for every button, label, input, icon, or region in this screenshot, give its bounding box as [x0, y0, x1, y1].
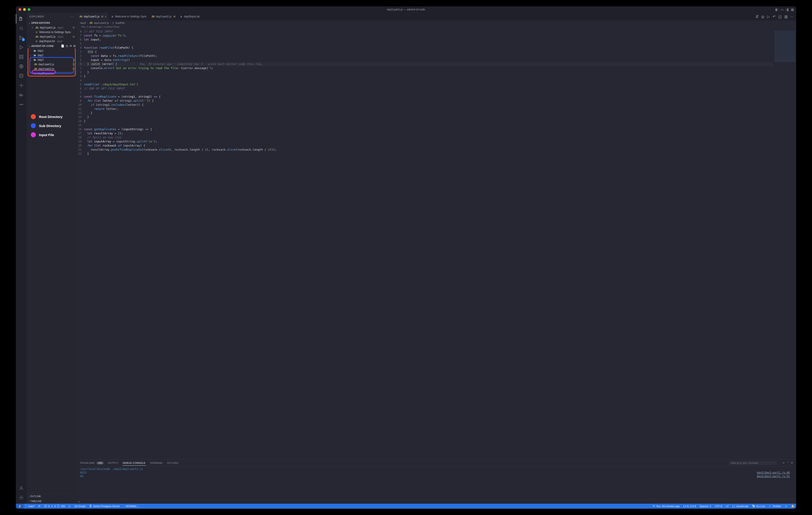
code-line[interactable]: 15	[77, 123, 794, 127]
close-window-icon[interactable]	[19, 8, 21, 11]
maximize-panel-icon[interactable]: ⌃	[787, 461, 789, 464]
file-item[interactable]: 🗎day3Input.txt	[27, 71, 77, 75]
remote-indicator[interactable]: ⚡	[16, 504, 24, 509]
go-back-icon[interactable]: ↶	[773, 14, 776, 19]
code-line[interactable]: 12 }	[77, 111, 794, 115]
code-line[interactable]: 21 resultArray.push(findDuplicate(rucksa…	[77, 148, 794, 152]
remote-explorer-icon[interactable]	[16, 62, 27, 71]
code-line[interactable]: 4function readFile(filePath) {	[77, 46, 794, 50]
file-item[interactable]: JSday3-part2.jsM	[27, 67, 77, 71]
run-file-icon[interactable]: ▷	[767, 14, 770, 19]
code-line[interactable]: 22 }	[77, 152, 794, 156]
code-line[interactable]: 5readFile('./day3/day3Input.txt')	[77, 83, 794, 87]
breadcrumb[interactable]: day3 › JS day3-part1.js › ƒ readFile	[77, 20, 796, 25]
database-icon[interactable]	[16, 71, 27, 81]
toggle-secondary-sidebar-icon[interactable]: ◨	[786, 8, 789, 11]
editor-tab[interactable]: JSday3-part1.jsM×	[77, 13, 109, 20]
tab-debug-console[interactable]: DEBUG CONSOLE	[122, 461, 145, 466]
code-line[interactable]: 2 const data = fs.readFileSync(filePath)…	[77, 54, 794, 58]
code-line[interactable]: 19 let inputArray = inputString.split('\…	[77, 140, 794, 144]
maximize-window-icon[interactable]	[28, 8, 30, 11]
breadcrumb-part[interactable]: readFile	[115, 22, 125, 24]
git-graph[interactable]: Git Graph	[72, 504, 87, 509]
extensions-icon[interactable]	[16, 52, 27, 62]
code-line[interactable]: 11 return letter;	[77, 107, 794, 111]
source-control-icon[interactable]: 2	[16, 33, 27, 42]
tab-terminal[interactable]: TERMINAL	[150, 461, 163, 464]
go-live[interactable]: 📡 Go Live	[750, 504, 767, 509]
notifications-icon[interactable]: 🔔	[789, 504, 796, 509]
code-line[interactable]: 8// GET FILE INPUT	[77, 29, 794, 33]
code-line[interactable]: 7	[77, 91, 794, 95]
language-mode[interactable]: { } JavaScript	[731, 504, 750, 509]
breadcrumb-part[interactable]: day3	[80, 22, 86, 24]
code-line[interactable]: 6// END OF GET FILE INPUT	[77, 87, 794, 91]
code-line[interactable]: 3}	[77, 74, 794, 78]
console-source-link[interactable]: day3/day3-part1.js:49	[757, 471, 790, 475]
clear-console-icon[interactable]: ≡	[783, 461, 784, 464]
open-editors-section[interactable]: ⌄ OPEN EDITORS	[27, 20, 77, 25]
code-line[interactable]: 14}	[77, 119, 794, 123]
file-item[interactable]: JSday3-part1.jsM	[27, 62, 77, 67]
code-line[interactable]: 10 if (string2.includes(letter)) {	[77, 103, 794, 107]
minimize-window-icon[interactable]	[23, 8, 26, 11]
code-line[interactable]: 5	[77, 42, 794, 46]
open-editor-item[interactable]: JSday3-part2.jsday3M	[27, 34, 77, 39]
env-icon[interactable]: .ENV	[16, 100, 27, 109]
timeline-section[interactable]: › TIMELINE	[27, 499, 77, 504]
more-actions-icon[interactable]: ···	[790, 14, 793, 19]
close-panel-icon[interactable]: ✕	[791, 461, 793, 464]
project-section[interactable]: ⌄ ADVENT-OF-CODE 📄 🗀 ⟳ ⊟	[27, 43, 77, 49]
collapse-icon[interactable]: ⊟	[74, 44, 76, 48]
customize-layout-icon[interactable]: ▦	[791, 8, 794, 11]
code-line[interactable]: 13 }	[77, 115, 794, 119]
git-branch[interactable]: ᚶ main*	[24, 504, 36, 509]
run-debug-icon[interactable]	[16, 42, 27, 52]
code-line[interactable]: 1 console.error(`Got an error trying to …	[77, 66, 794, 70]
prettier-status[interactable]: Prettier	[767, 504, 783, 509]
close-editor-icon[interactable]: ×	[31, 26, 34, 29]
indentation[interactable]: Spaces: 2	[698, 504, 713, 509]
code-line[interactable]: 9 } catch (error) { You, 34 minutes ago …	[77, 62, 794, 66]
encoding[interactable]: UTF-8	[713, 504, 724, 509]
gitlens-icon[interactable]	[16, 81, 27, 90]
folder-item[interactable]: ⌄🖿day3●	[27, 58, 77, 62]
sidebar-more-icon[interactable]: ···	[70, 14, 74, 19]
folder-item[interactable]: ›🖿day1	[27, 49, 77, 53]
code-line[interactable]: 18 // Split on new line	[77, 135, 794, 140]
close-tab-icon[interactable]: ×	[105, 15, 107, 18]
outline-section[interactable]: › OUTLINE	[27, 494, 77, 499]
explorer-icon[interactable]	[16, 14, 27, 24]
editor-tab[interactable]: 🗎Welcome to Settings Sync	[109, 13, 149, 20]
minimap[interactable]	[774, 29, 796, 459]
compare-changes-icon[interactable]: ⇵	[756, 14, 758, 19]
refresh-icon[interactable]: ⟳	[70, 44, 72, 48]
gitlens-toggle-icon[interactable]: ◎	[761, 14, 764, 19]
postgres-server[interactable]: 🗄 Select Postgres Server	[87, 504, 122, 509]
docker-icon[interactable]	[16, 90, 27, 100]
gitlens-authors[interactable]: You, 1 second ago | 1 author (You)	[77, 25, 796, 29]
horizontal-scroll[interactable]: ›	[77, 499, 796, 504]
toggle-sidebar-icon[interactable]: ◧	[775, 8, 778, 11]
tab-output[interactable]: OUTPUT	[108, 461, 119, 464]
code-line[interactable]: 9 for (let letter of string1.split('')) …	[77, 99, 794, 103]
code-line[interactable]: 16const getDuplicates = (inputString) =>…	[77, 127, 794, 131]
settings-gear-icon[interactable]	[16, 493, 27, 502]
code-line[interactable]: 17 let resultArray = [];	[77, 131, 794, 135]
code-line[interactable]: 8const findDuplicate = (string1, string2…	[77, 95, 794, 99]
new-folder-icon[interactable]: 🗀	[66, 44, 68, 48]
search-icon[interactable]	[16, 24, 27, 33]
editor-tab[interactable]: JSday3-part2.jsM	[149, 13, 178, 20]
code-line[interactable]: 2 }	[77, 70, 794, 74]
code-line[interactable]: 4	[77, 78, 794, 83]
editor-tab[interactable]: 🗎day3Input.txt	[178, 13, 202, 20]
folder-item[interactable]: ›🖿day2	[27, 53, 77, 58]
gitlens-blame[interactable]: ✎ You, 34 minutes ago	[651, 504, 682, 509]
panel-filter-input[interactable]	[729, 461, 777, 465]
tab-problems[interactable]: PROBLEMS 100	[80, 461, 104, 464]
status-errors[interactable]: ⓧ 0 ⚠ 0 ⓘ 100	[42, 504, 67, 509]
console-source-link[interactable]: day3/day3-part1.js:51	[757, 475, 790, 478]
cursor-position[interactable]: Ln 9, Col 9	[682, 504, 698, 509]
accounts-icon[interactable]	[16, 483, 27, 493]
git-sync[interactable]: ⟳	[36, 504, 42, 509]
